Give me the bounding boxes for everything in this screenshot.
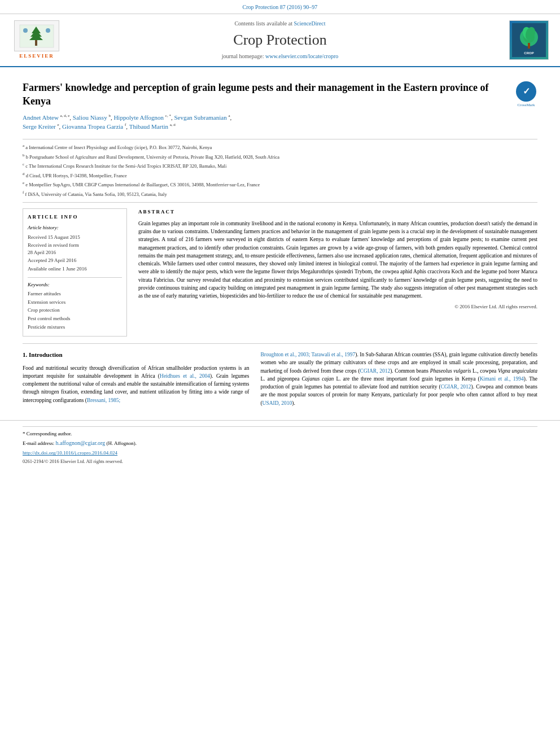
ref-heidhues[interactable]: Heidhues et al., 2004 [160,373,210,379]
article-info-box: ARTICLE INFO Article history: Received 1… [23,208,127,337]
section-title: Introduction [29,351,63,358]
elsevier-tree-svg [17,22,56,50]
received-date: Received 15 August 2015 [28,234,122,241]
journal-logo-area: CROP [498,20,549,60]
received-revised-date: Received in revised form28 April 2016 [28,242,122,256]
crossmark-badge[interactable]: ✓ CrossMark [515,81,537,104]
keyword-3: Crop protection [28,307,122,314]
authors-line: Andnet Abtew a, d, e, Saliou Niassy b, H… [23,113,509,131]
article-title: Farmers' knowledge and perception of gra… [23,81,509,108]
doi-link[interactable]: http://dx.doi.org/10.1016/j.cropro.2016.… [23,449,537,457]
affiliation-d: d d Cirad, UPR Hortsys, F-34398, Montpel… [23,171,537,180]
ref-cgiar-2012[interactable]: CGIAR, 2012 [360,368,391,374]
svg-rect-12 [528,43,530,49]
section-divider [23,343,537,344]
keyword-1: Farmer attitudes [28,290,122,298]
ref-kimani[interactable]: Kimani et al., 1994 [480,376,524,382]
keyword-5: Pesticide mixtures [28,324,122,331]
elsevier-logo-area: ELSEVIER [11,20,62,60]
affiliation-f: f f DiSA, University of Catania, Via San… [23,190,537,198]
ref-usaid[interactable]: USAID, 2010 [262,400,292,406]
journal-title: Crop Protection [62,30,498,50]
main-content: 1. Introduction Food and nutritional sec… [23,351,537,412]
section-number: 1. [23,351,27,358]
elsevier-logo: ELSEVIER [11,20,62,60]
author-sevgan[interactable]: Sevgan Subramanian [174,114,226,121]
affiliation-c: c c The International Crops Research Ins… [23,161,537,170]
article-info-abstract: ARTICLE INFO Article history: Received 1… [23,208,537,337]
email-link[interactable]: h.affognon@cgiar.org [55,440,105,446]
science-direct-line: Contents lists available at ScienceDirec… [62,20,498,28]
email-note: E-mail address: h.affognon@cgiar.org (H.… [23,439,537,447]
abstract-text: Grain legumes play an important role in … [138,220,537,300]
article-info-title: ARTICLE INFO [28,213,122,221]
author-hippolyte[interactable]: Hippolyte Affognon [113,114,164,121]
homepage-link[interactable]: www.elsevier.com/locate/cropro [265,53,338,59]
intro-paragraph-1: Food and nutritional security through di… [23,364,249,404]
corresponding-note: * Corresponding author. [23,430,537,438]
svg-text:CROP: CROP [524,51,533,55]
accepted-date: Accepted 29 April 2016 [28,257,122,264]
footer-issn: 0261-2194/© 2016 Elsevier Ltd. All right… [23,458,537,465]
available-date: Available online 1 June 2016 [28,265,122,273]
ref-broughton[interactable]: Broughton et al., 2003; Tarawali et al.,… [260,352,355,357]
science-direct-link[interactable]: ScienceDirect [294,20,325,27]
article-title-section: Farmers' knowledge and perception of gra… [23,76,537,139]
svg-text:✓: ✓ [523,86,530,96]
crossmark-label: CrossMark [517,103,535,108]
keyword-2: Extension services [28,299,122,306]
abstract-col: ABSTRACT Grain legumes play an important… [138,208,537,337]
svg-point-6 [46,28,50,33]
journal-header-center: Contents lists available at ScienceDirec… [62,20,498,60]
ref-cgiar-2012b[interactable]: CGIAR, 2012 [441,384,471,390]
keyword-4: Pest control methods [28,315,122,322]
svg-point-5 [23,28,28,33]
copyright-line: © 2016 Elsevier Ltd. All rights reserved… [138,303,537,311]
crop-logo: CROP [509,20,549,60]
author-serge[interactable]: Serge Kreiter [23,123,56,130]
intro-heading: 1. Introduction [23,351,249,359]
abstract-title: ABSTRACT [138,208,537,216]
elsevier-text: ELSEVIER [19,53,54,60]
keywords-title: Keywords: [28,281,122,289]
top-bar: Crop Protection 87 (2016) 90–97 [0,0,560,14]
crossmark-circle: ✓ [516,81,536,102]
crop-logo-svg: CROP [512,23,546,57]
author-andnet[interactable]: Andnet Abtew [23,114,59,121]
abstract-section: ABSTRACT Grain legumes play an important… [138,208,537,311]
article-history-title: Article history: [28,224,122,231]
article-footer: * Corresponding author. E-mail address: … [0,420,560,471]
author-thibaud[interactable]: Thibaud Martin [129,123,168,130]
ref-bressani[interactable]: Bressani, 1985; [87,397,120,403]
page-wrapper: Crop Protection 87 (2016) 90–97 [0,0,560,471]
journal-reference: Crop Protection 87 (2016) 90–97 [243,4,318,10]
keywords-section: Keywords: Farmer attitudes Extension ser… [28,277,122,331]
article-area: Farmers' knowledge and perception of gra… [0,67,560,420]
journal-header: ELSEVIER Contents lists available at Sci… [0,14,560,67]
affiliation-b: b b Postgraduate School of Agriculture a… [23,152,537,161]
intro-paragraph-2: Broughton et al., 2003; Tarawali et al.,… [260,351,537,407]
affiliation-a: a a International Centre of Insect Physi… [23,143,537,151]
affiliations: a a International Centre of Insect Physi… [23,139,537,203]
elsevier-logo-box [14,20,59,51]
article-info-col: ARTICLE INFO Article history: Received 1… [23,208,127,337]
intro-col-right: Broughton et al., 2003; Tarawali et al.,… [260,351,537,412]
affiliation-e: e e Montpellier SupAgro, UMR CBGP Campus… [23,180,537,189]
article-title-text: Farmers' knowledge and perception of gra… [23,81,509,134]
author-giovanna[interactable]: Giovanna Tropea Garzia [62,123,123,130]
author-saliou[interactable]: Saliou Niassy [73,114,107,121]
journal-homepage-line: journal homepage: www.elsevier.com/locat… [62,53,498,60]
intro-col-left: 1. Introduction Food and nutritional sec… [23,351,249,412]
